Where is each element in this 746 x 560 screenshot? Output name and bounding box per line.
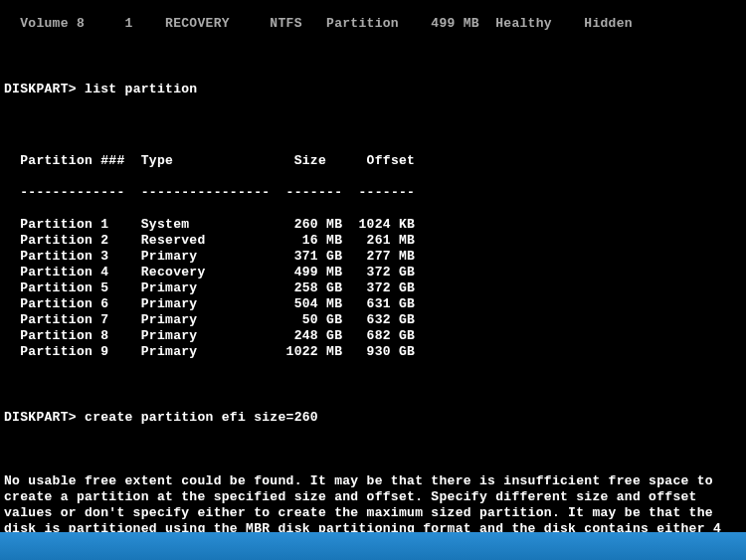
previous-output-line: Volume 8 1 RECOVERY NTFS Partition 499 M…: [4, 16, 742, 32]
terminal-output: Volume 8 1 RECOVERY NTFS Partition 499 M…: [0, 0, 746, 532]
partition-row: Partition 3 Primary 371 GB 277 MB: [4, 249, 742, 265]
table-separator-row: ------------- ---------------- ------- -…: [4, 185, 742, 201]
partition-row: Partition 5 Primary 258 GB 372 GB: [4, 280, 742, 296]
command-create-partition: create partition efi size=260: [85, 410, 318, 425]
partition-row: Partition 1 System 260 MB 1024 KB: [4, 217, 742, 233]
partition-row: Partition 6 Primary 504 MB 631 GB: [4, 296, 742, 312]
desktop-background: [0, 532, 746, 560]
prompt-line-1: DISKPART> list partition: [4, 82, 742, 97]
command-list-partition: list partition: [85, 82, 197, 96]
diskpart-prompt: DISKPART>: [4, 410, 77, 425]
partition-row: Partition 8 Primary 248 GB 682 GB: [4, 328, 742, 344]
partition-row: Partition 7 Primary 50 GB 632 GB: [4, 312, 742, 328]
partition-row: Partition 9 Primary 1022 MB 930 GB: [4, 344, 742, 360]
prompt-line-2: DISKPART> create partition efi size=260: [4, 410, 742, 426]
diskpart-prompt: DISKPART>: [4, 82, 77, 96]
table-header-row: Partition ### Type Size Offset: [4, 153, 742, 169]
partition-row: Partition 4 Recovery 499 MB 372 GB: [4, 265, 742, 280]
partition-row: Partition 2 Reserved 16 MB 261 MB: [4, 233, 742, 249]
